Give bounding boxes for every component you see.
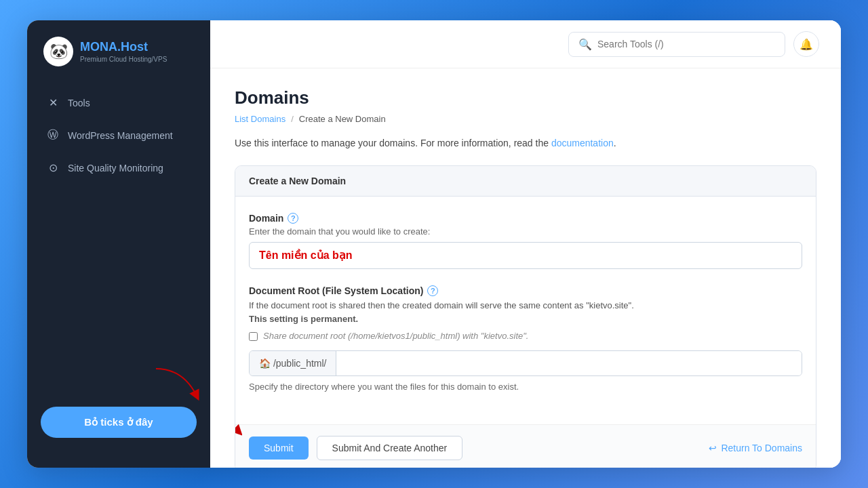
- docroot-group: Document Root (File System Location) ? I…: [249, 285, 802, 392]
- sidebar-item-tools[interactable]: ✕ Tools: [35, 88, 202, 117]
- brand-suffix: .Host: [117, 40, 148, 54]
- page-title: Domains: [235, 87, 816, 108]
- info-text-suffix: .: [614, 138, 616, 148]
- docroot-input-row: 🏠 /public_html/: [249, 350, 802, 376]
- domain-input[interactable]: [249, 242, 802, 269]
- sidebar-nav: ✕ Tools Ⓦ WordPress Management ⊙ Site Qu…: [27, 88, 210, 182]
- form-card-header: Create a New Domain: [235, 166, 816, 197]
- search-input[interactable]: [597, 39, 775, 49]
- docroot-help-icon[interactable]: ?: [427, 285, 438, 296]
- arrow1: [142, 362, 210, 403]
- return-label: Return To Domains: [721, 443, 802, 453]
- logo-icon: 🐼: [43, 37, 73, 66]
- site-quality-icon: ⊙: [46, 161, 60, 174]
- sidebar-item-tools-label: Tools: [68, 98, 90, 108]
- search-icon: 🔍: [578, 38, 592, 51]
- brand-sub: Premium Cloud Hosting/VPS: [80, 56, 167, 63]
- sidebar-item-wordpress-label: WordPress Management: [68, 130, 173, 141]
- app-window: 🐼 MONA.Host Premium Cloud Hosting/VPS ✕ …: [27, 20, 841, 468]
- domain-help-icon[interactable]: ?: [288, 213, 298, 224]
- wordpress-icon: Ⓦ: [46, 128, 60, 142]
- sidebar-bottom: Bỏ ticks ở đây: [27, 396, 210, 451]
- content-area: Domains List Domains / Create a New Doma…: [210, 68, 841, 468]
- breadcrumb: List Domains / Create a New Domain: [235, 114, 816, 124]
- breadcrumb-separator: /: [291, 114, 294, 124]
- domain-label: Domain ?: [249, 213, 802, 224]
- breadcrumb-parent[interactable]: List Domains: [235, 114, 285, 124]
- form-footer: Submit Submit And Create Another ↩ Retur…: [235, 424, 816, 468]
- brand-name: MONA.Host: [80, 40, 167, 54]
- sidebar-item-site-quality[interactable]: ⊙ Site Quality Monitoring: [35, 153, 202, 182]
- top-bar: 🔍 🔔: [210, 20, 841, 68]
- sidebar-item-wordpress[interactable]: Ⓦ WordPress Management: [35, 120, 202, 150]
- tools-icon: ✕: [46, 96, 60, 109]
- notification-button[interactable]: 🔔: [793, 31, 819, 57]
- sidebar-item-site-quality-label: Site Quality Monitoring: [68, 163, 163, 174]
- docroot-label: Document Root (File System Location) ?: [249, 285, 802, 296]
- domain-group: Domain ? Enter the domain that you would…: [249, 213, 802, 269]
- form-card-body: Domain ? Enter the domain that you would…: [235, 197, 816, 424]
- docroot-hint: Specify the directory where you want the…: [249, 382, 802, 392]
- arrow2: [235, 411, 242, 439]
- submit-button[interactable]: Submit: [249, 436, 309, 460]
- checkbox-label: Share document root (/home/kietvos1/publ…: [263, 331, 528, 341]
- breadcrumb-current: Create a New Domain: [299, 114, 386, 124]
- share-docroot-checkbox[interactable]: [249, 332, 258, 341]
- brand-prefix: MONA: [80, 40, 117, 54]
- form-card: Create a New Domain Domain ? Enter the d…: [235, 165, 816, 468]
- info-text: Use this interface to manage your domain…: [235, 136, 816, 150]
- docroot-prefix: 🏠 /public_html/: [250, 351, 336, 375]
- bell-icon: 🔔: [800, 38, 813, 51]
- documentation-link[interactable]: documentation: [551, 138, 614, 148]
- logo-area: 🐼 MONA.Host Premium Cloud Hosting/VPS: [27, 37, 210, 88]
- domain-sublabel: Enter the domain that you would like to …: [249, 226, 802, 237]
- return-icon: ↩: [709, 443, 717, 453]
- info-text-prefix: Use this interface to manage your domain…: [235, 138, 551, 148]
- submit-another-button[interactable]: Submit And Create Another: [317, 436, 463, 460]
- search-box[interactable]: 🔍: [568, 32, 785, 57]
- logo-text: MONA.Host Premium Cloud Hosting/VPS: [80, 40, 167, 63]
- cta-button[interactable]: Bỏ ticks ở đây: [41, 407, 197, 438]
- docroot-note1: If the document root is shared then the …: [249, 299, 802, 325]
- main-content: 🔍 🔔 Domains List Domains / Create a New …: [210, 20, 841, 468]
- docroot-note2: This setting is permanent.: [249, 314, 358, 324]
- return-to-domains-link[interactable]: ↩ Return To Domains: [709, 443, 802, 453]
- sidebar: 🐼 MONA.Host Premium Cloud Hosting/VPS ✕ …: [27, 20, 210, 468]
- checkbox-row: Share document root (/home/kietvos1/publ…: [249, 331, 802, 341]
- docroot-field[interactable]: [336, 351, 802, 375]
